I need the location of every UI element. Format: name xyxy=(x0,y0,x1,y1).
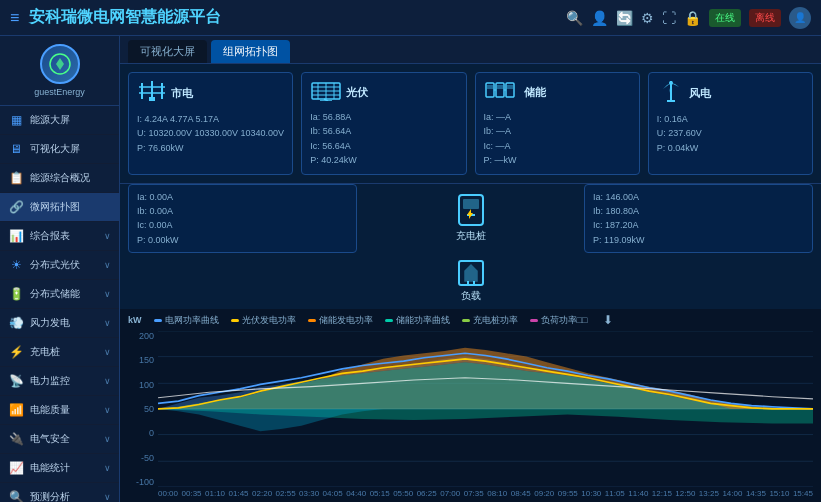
tab-topology[interactable]: 组网拓扑图 xyxy=(211,40,290,63)
storage-card-data: Ia: —A Ib: —A Ic: —A P: —kW xyxy=(484,110,631,168)
legend-dot-charger xyxy=(462,319,470,322)
grid-data-0: I: 4.24A 4.77A 5.17A xyxy=(137,112,284,126)
solar-data-2: Ic: 56.64A xyxy=(310,139,457,153)
grid-card-title: 市电 xyxy=(171,86,193,101)
grid-card-data: I: 4.24A 4.77A 5.17A U: 10320.00V 10330.… xyxy=(137,112,284,155)
sidebar: guestEnergy ▦ 能源大屏 🖥 可视化大屏 📋 能源综合概况 🔗 微网… xyxy=(0,36,120,502)
stats-icon: 📈 xyxy=(8,461,24,475)
x-13: 07:35 xyxy=(464,489,484,498)
svg-rect-21 xyxy=(487,85,493,89)
sidebar-item-solar[interactable]: ☀ 分布式光伏 ∨ xyxy=(0,251,119,280)
x-20: 11:40 xyxy=(628,489,648,498)
sidebar-item-wind[interactable]: 💨 风力发电 ∨ xyxy=(0,309,119,338)
report-icon: 📊 xyxy=(8,229,24,243)
x-19: 11:05 xyxy=(605,489,625,498)
x-3: 01:45 xyxy=(229,489,249,498)
arrow-icon: ∨ xyxy=(104,434,111,444)
legend-label-storage-power: 储能功率曲线 xyxy=(396,314,450,327)
solar-panel-icon xyxy=(310,79,342,106)
user-icon[interactable]: 👤 xyxy=(591,10,608,26)
sidebar-item-report[interactable]: 📊 综合报表 ∨ xyxy=(0,222,119,251)
sidebar-item-energy-screen[interactable]: ▦ 能源大屏 xyxy=(0,106,119,135)
sidebar-item-label: 风力发电 xyxy=(30,316,98,330)
load-section: 负载 xyxy=(120,257,821,309)
sidebar-item-topology[interactable]: 🔗 微网拓扑图 xyxy=(0,193,119,222)
sidebar-item-label: 电能质量 xyxy=(30,403,98,417)
sidebar-item-forecast[interactable]: 🔍 预测分析 ∨ xyxy=(0,483,119,502)
sidebar-item-power-monitor[interactable]: 📡 电力监控 ∨ xyxy=(0,367,119,396)
mid-left-0: Ia: 0.00A xyxy=(137,190,348,204)
legend-item-load: 负荷功率□□ xyxy=(530,314,588,327)
search-icon[interactable]: 🔍 xyxy=(566,10,583,26)
legend-dot-solar xyxy=(231,319,239,322)
avatar[interactable]: 👤 xyxy=(789,7,811,29)
fullscreen-icon[interactable]: ⛶ xyxy=(662,10,676,26)
sidebar-item-label: 分布式储能 xyxy=(30,287,98,301)
x-2: 01:10 xyxy=(205,489,225,498)
x-22: 12:50 xyxy=(675,489,695,498)
sidebar-item-label: 电能统计 xyxy=(30,461,98,475)
x-10: 05:50 xyxy=(393,489,413,498)
legend-item-charger: 充电桩功率 xyxy=(462,314,518,327)
sidebar-item-overview[interactable]: 📋 能源综合概况 xyxy=(0,164,119,193)
visual-icon: 🖥 xyxy=(8,142,24,156)
legend-label-storage-gen: 储能发电功率 xyxy=(319,314,373,327)
legend-dot-storage-gen xyxy=(308,319,316,322)
solar-card: 光伏 Ia: 56.88A Ib: 56.64A Ic: 56.64A P: 4… xyxy=(301,72,466,175)
mid-left-3: P: 0.00kW xyxy=(137,233,348,247)
x-7: 04:05 xyxy=(323,489,343,498)
sidebar-item-label: 微网拓扑图 xyxy=(30,200,111,214)
chart-unit: kW xyxy=(128,315,142,325)
middle-section: Ia: 0.00A Ib: 0.00A Ic: 0.00A P: 0.00kW xyxy=(120,184,821,258)
x-6: 03:30 xyxy=(299,489,319,498)
chart-y-axis: 200 150 100 50 0 -50 -100 xyxy=(128,331,158,487)
y-axis-neg100: -100 xyxy=(128,477,154,487)
header: ≡ 安科瑞微电网智慧能源平台 🔍 👤 🔄 ⚙ ⛶ 🔒 在线 离线 👤 xyxy=(0,0,821,36)
overview-icon: 📋 xyxy=(8,171,24,185)
online-badge[interactable]: 在线 xyxy=(709,9,741,27)
svg-rect-23 xyxy=(507,85,513,89)
dashboard: 市电 I: 4.24A 4.77A 5.17A U: 10320.00V 103… xyxy=(120,64,821,502)
middle-right-data: Ia: 146.00A Ib: 180.80A Ic: 187.20A P: 1… xyxy=(593,190,804,248)
storage-card-title: 储能 xyxy=(524,85,546,100)
offline-badge[interactable]: 离线 xyxy=(749,9,781,27)
load-icon xyxy=(455,257,487,289)
sidebar-item-charger[interactable]: ⚡ 充电桩 ∨ xyxy=(0,338,119,367)
refresh-icon[interactable]: 🔄 xyxy=(616,10,633,26)
wind-data-0: I: 0.16A xyxy=(657,112,804,126)
sidebar-item-visual[interactable]: 🖥 可视化大屏 xyxy=(0,135,119,164)
app-title: 安科瑞微电网智慧能源平台 xyxy=(29,7,566,28)
sidebar-item-stats[interactable]: 📈 电能统计 ∨ xyxy=(0,454,119,483)
y-axis-200: 200 xyxy=(128,331,154,341)
main-layout: guestEnergy ▦ 能源大屏 🖥 可视化大屏 📋 能源综合概况 🔗 微网… xyxy=(0,36,821,502)
y-axis-100: 100 xyxy=(128,380,154,390)
sidebar-item-power-quality[interactable]: 📶 电能质量 ∨ xyxy=(0,396,119,425)
sidebar-item-storage[interactable]: 🔋 分布式储能 ∨ xyxy=(0,280,119,309)
menu-icon[interactable]: ≡ xyxy=(10,9,19,27)
chart-container: 200 150 100 50 0 -50 -100 xyxy=(128,331,813,487)
legend-label-solar: 光伏发电功率 xyxy=(242,314,296,327)
grid-icon xyxy=(137,79,167,108)
lock-icon[interactable]: 🔒 xyxy=(684,10,701,26)
chart-download-icon[interactable]: ⬇ xyxy=(603,313,613,327)
sidebar-item-label: 综合报表 xyxy=(30,229,98,243)
svg-rect-22 xyxy=(497,85,503,89)
grid-data-1: U: 10320.00V 10330.00V 10340.00V xyxy=(137,126,284,140)
charge-station-icon xyxy=(455,193,487,229)
storage-icon: 🔋 xyxy=(8,287,24,301)
legend-dot-load xyxy=(530,319,538,322)
tab-visual-screen[interactable]: 可视化大屏 xyxy=(128,40,207,63)
sidebar-logo: guestEnergy xyxy=(0,36,119,106)
middle-left-data: Ia: 0.00A Ib: 0.00A Ic: 0.00A P: 0.00kW xyxy=(137,190,348,248)
load-card: 负载 xyxy=(455,257,487,303)
legend-label-load: 负荷功率□□ xyxy=(541,314,588,327)
middle-center: 充电桩 xyxy=(365,184,576,254)
settings-icon[interactable]: ⚙ xyxy=(641,10,654,26)
tabs-bar: 可视化大屏 组网拓扑图 xyxy=(120,36,821,64)
y-axis-0: 0 xyxy=(128,428,154,438)
wind-data-1: U: 237.60V xyxy=(657,126,804,140)
sidebar-item-electrical-safety[interactable]: 🔌 电气安全 ∨ xyxy=(0,425,119,454)
legend-item-storage-power: 储能功率曲线 xyxy=(385,314,450,327)
chart-svg xyxy=(158,331,813,487)
sidebar-item-label: 能源综合概况 xyxy=(30,171,111,185)
